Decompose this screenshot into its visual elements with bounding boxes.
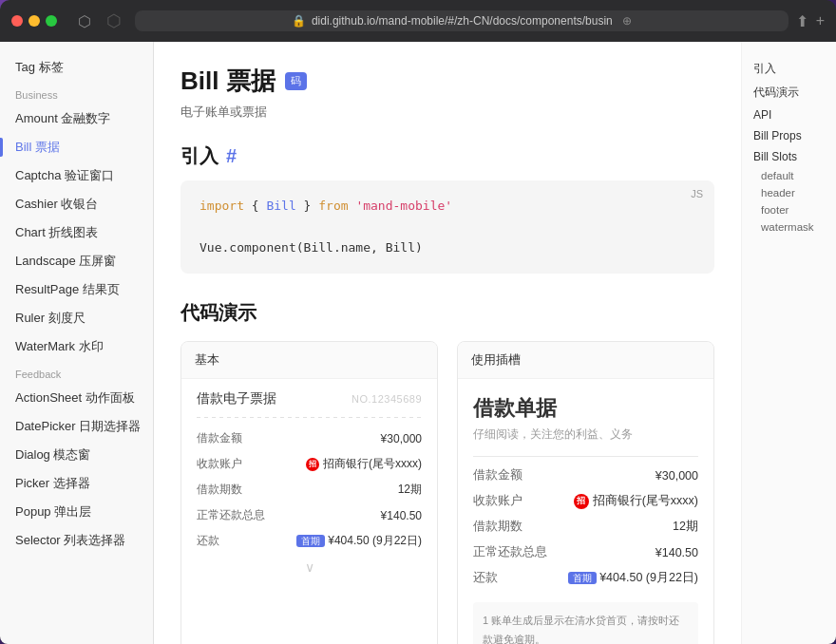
large-bill-row-repayment: 还款 首期¥404.50 (9月22日) xyxy=(473,565,698,591)
large-bill-row-interest: 正常还款总息 ¥140.50 xyxy=(473,540,698,565)
sidebar-item-popup[interactable]: Popup 弹出层 xyxy=(0,498,153,526)
sidebar: Tag 标签 Business Amount 金融数字 Bill 票据 Capt… xyxy=(0,42,154,644)
sidebar-item-amount[interactable]: Amount 金融数字 xyxy=(0,104,153,133)
sidebar-item-captcha[interactable]: Captcha 验证窗口 xyxy=(0,161,153,190)
demo-card-basic-content: 借款电子票据 NO.12345689 借款金额 ¥30,000 收款账户 招 xyxy=(181,379,437,592)
page-subtitle: 电子账单或票据 xyxy=(180,104,714,121)
toc-item-bill-props[interactable]: Bill Props xyxy=(753,125,825,146)
forward-button[interactable]: ⬡ xyxy=(101,9,127,33)
bill-title-row: 借款电子票据 NO.12345689 xyxy=(197,390,422,407)
large-bill-row-account: 收款账户 招 招商银行(尾号xxxx) xyxy=(473,488,698,514)
back-button[interactable]: ⬡ xyxy=(72,9,97,33)
minimize-button[interactable] xyxy=(28,15,40,27)
sidebar-item-actionsheet[interactable]: ActionSheet 动作面板 xyxy=(0,384,153,412)
security-icon: ⊕ xyxy=(622,14,632,28)
bank-logo: 招 xyxy=(306,458,319,471)
page-badge: 码 xyxy=(285,72,307,90)
large-bill-subtitle: 仔细阅读，关注您的利益、义务 xyxy=(473,426,698,443)
large-bill-divider xyxy=(473,456,698,457)
large-bill-row-amount: 借款金额 ¥30,000 xyxy=(473,463,698,488)
sidebar-category-business: Business xyxy=(0,82,153,104)
code-content: import { Bill } from 'mand-mobile' Vue.c… xyxy=(200,196,695,258)
sidebar-item-resultpage[interactable]: ResultPage 结果页 xyxy=(0,275,153,304)
address-bar[interactable]: 🔒 didi.github.io/mand-mobile/#/zh-CN/doc… xyxy=(135,10,788,31)
demo-card-basic-header: 基本 xyxy=(181,342,437,379)
url-text: didi.github.io/mand-mobile/#/zh-CN/docs/… xyxy=(312,14,613,28)
large-bill-notes: 1 账单生成后显示在清水贷首页，请按时还款避免逾期。 2 签署账单还款完成后，额… xyxy=(473,602,698,644)
toc-sub-footer[interactable]: footer xyxy=(753,201,825,218)
sidebar-item-dialog[interactable]: Dialog 模态窗 xyxy=(0,441,153,469)
toc-sub-default[interactable]: default xyxy=(753,167,825,184)
demo-card-slot-header: 使用插槽 xyxy=(458,342,713,379)
demo-card-basic: 基本 借款电子票据 NO.12345689 借款金额 ¥30,000 xyxy=(180,341,438,644)
sidebar-item-chart[interactable]: Chart 折线图表 xyxy=(0,218,153,247)
bill-row-interest: 正常还款总息 ¥140.50 xyxy=(197,502,422,528)
toc-item-import[interactable]: 引入 xyxy=(753,57,825,81)
sidebar-item-selector[interactable]: Selector 列表选择器 xyxy=(0,526,153,555)
demo-card-slot-content: 借款单据 仔细阅读，关注您的利益、义务 借款金额 ¥30,000 收款账户 招 … xyxy=(458,379,713,644)
bill-basic: 借款电子票据 NO.12345689 借款金额 ¥30,000 收款账户 招 xyxy=(181,379,437,592)
bill-no: NO.12345689 xyxy=(352,393,422,405)
bill-title: 借款电子票据 xyxy=(197,390,276,407)
lock-icon: 🔒 xyxy=(292,14,306,28)
page-title: Bill 票据 xyxy=(180,65,276,98)
demo-grid: 基本 借款电子票据 NO.12345689 借款金额 ¥30,000 xyxy=(180,341,714,644)
import-section-title: 引入 # xyxy=(180,143,714,169)
browser-chrome: ⬡ ⬡ 🔒 didi.github.io/mand-mobile/#/zh-CN… xyxy=(0,0,836,42)
sidebar-item-watermark[interactable]: WaterMark 水印 xyxy=(0,332,153,361)
browser-actions: ⬆ + xyxy=(796,12,825,30)
hash-icon: # xyxy=(226,145,237,167)
close-button[interactable] xyxy=(11,15,23,27)
page-title-row: Bill 票据 码 xyxy=(180,65,714,98)
bill-divider xyxy=(197,417,422,418)
share-button[interactable]: ⬆ xyxy=(796,12,808,30)
traffic-lights xyxy=(11,15,57,27)
demo-card-slot: 使用插槽 借款单据 仔细阅读，关注您的利益、义务 借款金额 ¥30,000 收款… xyxy=(457,341,714,644)
bill-row-repayment: 还款 首期¥404.50 (9月22日) xyxy=(197,528,422,554)
sidebar-item-tag[interactable]: Tag 标签 xyxy=(0,53,153,82)
large-bank-logo: 招 xyxy=(574,494,589,509)
browser-nav: ⬡ ⬡ xyxy=(72,9,127,33)
new-tab-button[interactable]: + xyxy=(816,12,825,30)
sidebar-category-feedback: Feedback xyxy=(0,361,153,384)
content-area: Bill 票据 码 电子账单或票据 引入 # JS import { Bill … xyxy=(154,42,741,644)
toc-sub-header[interactable]: header xyxy=(753,184,825,201)
browser-window: Tag 标签 Business Amount 金融数字 Bill 票据 Capt… xyxy=(0,42,836,644)
bill-row-amount: 借款金额 ¥30,000 xyxy=(197,426,422,451)
toc-item-bill-slots[interactable]: Bill Slots xyxy=(753,146,825,167)
sidebar-item-cashier[interactable]: Cashier 收银台 xyxy=(0,190,153,218)
sidebar-item-ruler[interactable]: Ruler 刻度尺 xyxy=(0,304,153,332)
sidebar-item-picker[interactable]: Picker 选择器 xyxy=(0,469,153,498)
bill-row-account: 收款账户 招 招商银行(尾号xxxx) xyxy=(197,451,422,477)
tag-badge: 首期 xyxy=(296,535,325,547)
sidebar-item-bill[interactable]: Bill 票据 xyxy=(0,133,153,161)
toc-item-api[interactable]: API xyxy=(753,104,825,125)
large-bill-row-periods: 借款期数 12期 xyxy=(473,514,698,540)
large-bill: 借款单据 仔细阅读，关注您的利益、义务 借款金额 ¥30,000 收款账户 招 … xyxy=(458,379,713,644)
toc: 引入 代码演示 API Bill Props Bill Slots defaul… xyxy=(741,42,836,644)
toc-item-demo[interactable]: 代码演示 xyxy=(753,81,825,104)
code-block: JS import { Bill } from 'mand-mobile' Vu… xyxy=(180,180,714,274)
sidebar-item-landscape[interactable]: Landscape 压屏窗 xyxy=(0,247,153,275)
bill-row-periods: 借款期数 12期 xyxy=(197,477,422,502)
sidebar-item-datepicker[interactable]: DatePicker 日期选择器 xyxy=(0,412,153,441)
large-tag-badge: 首期 xyxy=(568,572,597,584)
maximize-button[interactable] xyxy=(46,15,57,27)
demo-section-title: 代码演示 xyxy=(180,300,714,326)
lang-badge: JS xyxy=(691,188,703,199)
toc-sub-watermask[interactable]: watermask xyxy=(753,218,825,236)
large-bill-title: 借款单据 xyxy=(473,394,698,423)
bill-scroll-indicator: ∨ xyxy=(197,554,422,580)
